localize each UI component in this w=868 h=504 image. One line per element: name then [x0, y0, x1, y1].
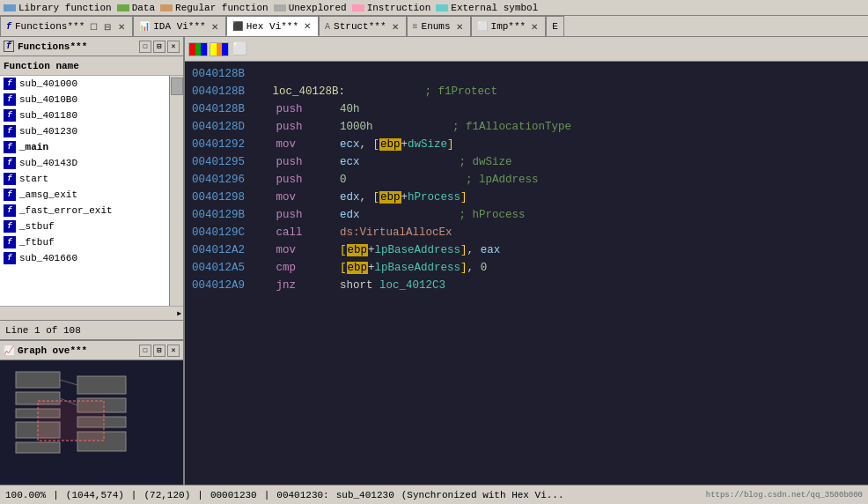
tab-structs-x[interactable]: ✕: [390, 21, 401, 32]
code-mnemonic: cmp: [269, 259, 313, 277]
tab-functions[interactable]: f Functions*** ☐ ⊟ ✕: [0, 16, 133, 36]
code-operand: edx, [ebp+hProcess]: [313, 189, 467, 206]
tab-hex-label: Hex Vi***: [246, 21, 298, 32]
code-mnemonic: call: [269, 224, 313, 241]
list-item[interactable]: f _fast_error_exit: [0, 203, 169, 219]
code-operand: ds:VirtualAllocEx: [313, 224, 452, 241]
code-area: ⬜ 0040128B 0040128B loc_40128B: ; f1Prot…: [185, 37, 868, 485]
functions-panel-title: Functions***: [18, 41, 87, 52]
code-operand: ecx, [ebp+dwSize]: [313, 136, 454, 153]
graph-panel-float[interactable]: ⊟: [153, 345, 166, 357]
graph-panel-header: 📈 Graph ove*** ☐ ⊟ ✕: [0, 341, 183, 360]
list-item[interactable]: f sub_4010B0: [0, 92, 169, 107]
function-name: sub_401180: [19, 110, 77, 121]
line-info-text: Line 1 of 108: [5, 325, 81, 336]
code-line: 0040128D push 1000h ; f1AllocationType: [192, 118, 861, 136]
tab-ida-x[interactable]: ✕: [210, 21, 220, 32]
functions-panel-float[interactable]: ⊟: [153, 41, 166, 53]
tab-imports-icon: ⬜: [477, 21, 488, 32]
tab-structs[interactable]: A Struct*** ✕: [319, 16, 406, 36]
tab-imports-x[interactable]: ✕: [529, 21, 540, 32]
toolbar-graph-icon[interactable]: ⬜: [231, 41, 248, 58]
function-badge: f: [4, 141, 16, 153]
tab-extra-label: E: [552, 21, 558, 32]
list-item[interactable]: f sub_401230: [0, 123, 169, 139]
list-item[interactable]: f sub_401000: [0, 76, 169, 92]
list-item[interactable]: f sub_40143D: [0, 155, 169, 171]
tab-enums[interactable]: ≡ Enums ✕: [407, 16, 471, 36]
status-sep2: |: [131, 490, 137, 500]
code-operand: 1000h: [313, 118, 373, 136]
code-comment: ; f1Protect: [352, 83, 497, 100]
line-info: Line 1 of 108: [0, 320, 183, 339]
status-sync: (Synchronized with Hex Vi...: [401, 490, 564, 500]
legend-external: External symbol: [436, 3, 538, 13]
tab-ida-view[interactable]: 📊 IDA Vi*** ✕: [133, 16, 225, 36]
function-badge: f: [4, 109, 16, 122]
functions-scrollbar[interactable]: [169, 76, 183, 306]
graph-panel-minimize[interactable]: ☐: [139, 345, 151, 357]
code-operand: 0: [313, 171, 347, 189]
legend-library-color: [4, 4, 16, 11]
hscroll-right[interactable]: ▶: [177, 309, 181, 317]
tab-hex-view[interactable]: ⬛ Hex Vi*** ✕: [226, 16, 319, 36]
code-addr: 00401292: [192, 136, 262, 153]
list-item[interactable]: f _main: [0, 139, 169, 155]
tab-functions-x[interactable]: ✕: [116, 21, 127, 32]
code-comment: ; f1AllocationType: [380, 118, 572, 136]
status-offset: 00001230: [210, 490, 257, 500]
functions-panel-close[interactable]: ✕: [167, 41, 180, 53]
code-addr: 00401296: [192, 171, 262, 189]
code-addr: 004012A5: [192, 259, 262, 277]
functions-panel-icon: f: [4, 41, 14, 52]
legend-data-color: [117, 4, 129, 11]
list-item[interactable]: f sub_401660: [0, 250, 169, 266]
status-bar: 100.00% | (1044,574) | (72,120) | 000012…: [0, 485, 868, 504]
code-addr: 0040129C: [192, 224, 262, 241]
scrollbar-thumb[interactable]: [171, 78, 183, 95]
graph-panel-title: Graph ove***: [18, 345, 87, 356]
tab-hex-x[interactable]: ✕: [302, 21, 313, 32]
functions-panel-minimize[interactable]: ☐: [139, 41, 151, 53]
graph-panel-close[interactable]: ✕: [167, 345, 180, 357]
code-line: 0040129B push edx ; hProcess: [192, 206, 861, 224]
function-name: _amsg_exit: [19, 189, 77, 200]
code-mnemonic: mov: [269, 136, 313, 153]
legend-instruction: Instruction: [352, 3, 431, 13]
list-item[interactable]: f _ftbuf: [0, 234, 169, 250]
tab-imports[interactable]: ⬜ Imp*** ✕: [471, 16, 547, 36]
function-badge: f: [4, 189, 16, 201]
list-item[interactable]: f _stbuf: [0, 219, 169, 234]
function-badge: f: [4, 78, 16, 90]
code-mnemonic: push: [269, 153, 313, 171]
code-addr: 0040128B: [192, 65, 262, 83]
tab-functions-pin[interactable]: ⊟: [102, 21, 113, 32]
legend-unexplored-color: [274, 4, 286, 11]
tab-extra[interactable]: E: [546, 16, 564, 36]
graph-overview-panel: 📈 Graph ove*** ☐ ⊟ ✕: [0, 339, 185, 485]
list-item[interactable]: f sub_401180: [0, 107, 169, 123]
function-name: sub_4010B0: [19, 94, 77, 105]
legend-unexplored: Unexplored: [274, 3, 347, 13]
code-line: 00401296 push 0 ; lpAddress: [192, 171, 861, 189]
tab-bar: f Functions*** ☐ ⊟ ✕ 📊 IDA Vi*** ✕ ⬛ Hex…: [0, 16, 868, 37]
code-view[interactable]: 0040128B 0040128B loc_40128B: ; f1Protec…: [185, 62, 868, 485]
tab-enums-x[interactable]: ✕: [454, 21, 465, 32]
graph-panel-controls: ☐ ⊟ ✕: [139, 345, 180, 357]
graph-canvas[interactable]: [0, 360, 183, 485]
legend-instruction-label: Instruction: [367, 3, 431, 13]
legend-external-label: External symbol: [451, 3, 538, 13]
function-badge: f: [4, 173, 16, 185]
status-sep4: |: [264, 490, 270, 500]
toolbar-palette2[interactable]: [210, 42, 229, 56]
list-item[interactable]: f _amsg_exit: [0, 187, 169, 203]
functions-hscroll: ▶: [0, 306, 183, 320]
tab-functions-close[interactable]: ☐: [88, 21, 99, 32]
list-item[interactable]: f start: [0, 171, 169, 187]
code-addr: 004012A9: [192, 277, 262, 294]
toolbar-palette1[interactable]: [188, 42, 208, 56]
code-operand: ecx: [313, 153, 360, 171]
legend-unexplored-label: Unexplored: [289, 3, 347, 13]
legend-library-label: Library function: [18, 3, 112, 13]
status-name: sub_401230: [336, 490, 394, 500]
